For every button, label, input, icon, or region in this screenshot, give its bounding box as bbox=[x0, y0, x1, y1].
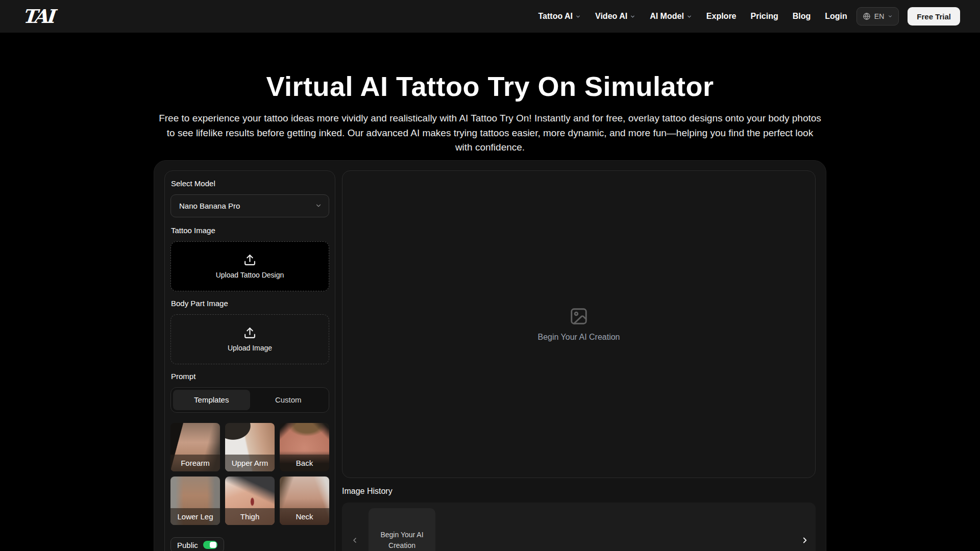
body-part-image-label: Body Part Image bbox=[171, 299, 329, 308]
history-placeholder-card[interactable]: Begin Your AI Creation bbox=[369, 508, 435, 551]
public-toggle-group: Public bbox=[170, 537, 224, 551]
brand-logo[interactable]: TAI bbox=[22, 7, 54, 26]
result-canvas: Begin Your AI Creation bbox=[342, 170, 816, 478]
nav-item-label: Pricing bbox=[751, 12, 778, 21]
history-next-button[interactable] bbox=[799, 536, 811, 545]
tab-custom[interactable]: Custom bbox=[250, 390, 327, 410]
nav-item-label: AI Model bbox=[650, 12, 684, 21]
model-select[interactable]: Nano Banana Pro bbox=[170, 194, 329, 217]
language-code: EN bbox=[874, 12, 884, 20]
template-thumb-lower-leg[interactable]: Lower Leg bbox=[170, 477, 220, 525]
tab-templates[interactable]: Templates bbox=[173, 390, 250, 410]
nav-item-label: Explore bbox=[706, 12, 737, 21]
tryon-workspace-panel: Select Model Nano Banana Pro Tattoo Imag… bbox=[154, 160, 826, 551]
select-model-label: Select Model bbox=[171, 179, 329, 188]
upload-tattoo-dropzone[interactable]: Upload Tattoo Design bbox=[170, 241, 329, 291]
nav-item-login[interactable]: Login bbox=[825, 12, 847, 21]
prompt-tabs: Templates Custom bbox=[170, 387, 329, 413]
page-title: Virtual AI Tattoo Try On Simulator bbox=[0, 70, 980, 102]
nav-item-blog[interactable]: Blog bbox=[793, 12, 811, 21]
nav-item-label: Blog bbox=[793, 12, 811, 21]
image-history-label: Image History bbox=[342, 487, 816, 496]
nav-item-ai-model[interactable]: AI Model bbox=[650, 12, 692, 21]
template-label: Upper Arm bbox=[225, 455, 275, 471]
nav-item-label: Tattoo AI bbox=[538, 12, 573, 21]
template-thumb-upper-arm[interactable]: Upper Arm bbox=[225, 423, 275, 471]
template-label: Thigh bbox=[225, 508, 275, 525]
tattoo-image-label: Tattoo Image bbox=[171, 226, 329, 235]
upload-icon bbox=[243, 327, 256, 339]
navbar: TAI Tattoo AI Video AI AI Model Explore … bbox=[0, 0, 980, 33]
image-history-carousel: Begin Your AI Creation bbox=[342, 503, 816, 551]
globe-icon bbox=[863, 12, 871, 20]
template-thumb-neck[interactable]: Neck bbox=[280, 477, 329, 525]
public-label: Public bbox=[177, 541, 198, 549]
upload-image-label: Upload Image bbox=[228, 344, 272, 352]
nav-item-video-ai[interactable]: Video AI bbox=[595, 12, 635, 21]
chevron-down-icon bbox=[630, 14, 635, 19]
model-select-value: Nano Banana Pro bbox=[179, 202, 240, 210]
toggle-knob bbox=[210, 542, 216, 548]
template-thumb-thigh[interactable]: Thigh bbox=[225, 477, 275, 525]
language-selector[interactable]: EN bbox=[856, 7, 899, 26]
template-label: Back bbox=[280, 455, 329, 471]
nav-item-explore[interactable]: Explore bbox=[706, 12, 737, 21]
public-toggle[interactable] bbox=[203, 541, 217, 549]
prompt-label: Prompt bbox=[171, 372, 329, 381]
page-description: Free to experience your tattoo ideas mor… bbox=[157, 111, 823, 155]
nav-item-pricing[interactable]: Pricing bbox=[751, 12, 778, 21]
hero-section: Virtual AI Tattoo Try On Simulator Free … bbox=[0, 70, 980, 155]
free-trial-button[interactable]: Free Trial bbox=[908, 7, 960, 26]
generation-stage: Begin Your AI Creation Image History Beg… bbox=[342, 170, 816, 551]
chevron-down-icon bbox=[315, 202, 322, 209]
history-prev-button[interactable] bbox=[349, 536, 360, 544]
chevron-down-icon bbox=[575, 14, 581, 19]
upload-tattoo-label: Upload Tattoo Design bbox=[216, 271, 284, 279]
template-label: Forearm bbox=[170, 455, 220, 471]
nav-item-tattoo-ai[interactable]: Tattoo AI bbox=[538, 12, 581, 21]
upload-body-image-dropzone[interactable]: Upload Image bbox=[170, 314, 329, 364]
nav-item-label: Login bbox=[825, 12, 847, 21]
nav-item-label: Video AI bbox=[595, 12, 627, 21]
template-label: Neck bbox=[280, 508, 329, 525]
template-thumb-forearm[interactable]: Forearm bbox=[170, 423, 220, 471]
template-thumb-back[interactable]: Back bbox=[280, 423, 329, 471]
chevron-down-icon bbox=[687, 14, 692, 19]
controls-card: Select Model Nano Banana Pro Tattoo Imag… bbox=[164, 170, 335, 551]
canvas-placeholder-text: Begin Your AI Creation bbox=[537, 333, 620, 342]
upload-icon bbox=[243, 254, 256, 266]
template-grid: Forearm Upper Arm Back Lower Leg Thigh N… bbox=[170, 423, 329, 525]
template-label: Lower Leg bbox=[170, 508, 220, 525]
main-nav: Tattoo AI Video AI AI Model Explore Pric… bbox=[524, 7, 960, 26]
image-placeholder-icon bbox=[569, 307, 589, 326]
chevron-down-icon bbox=[888, 14, 893, 19]
